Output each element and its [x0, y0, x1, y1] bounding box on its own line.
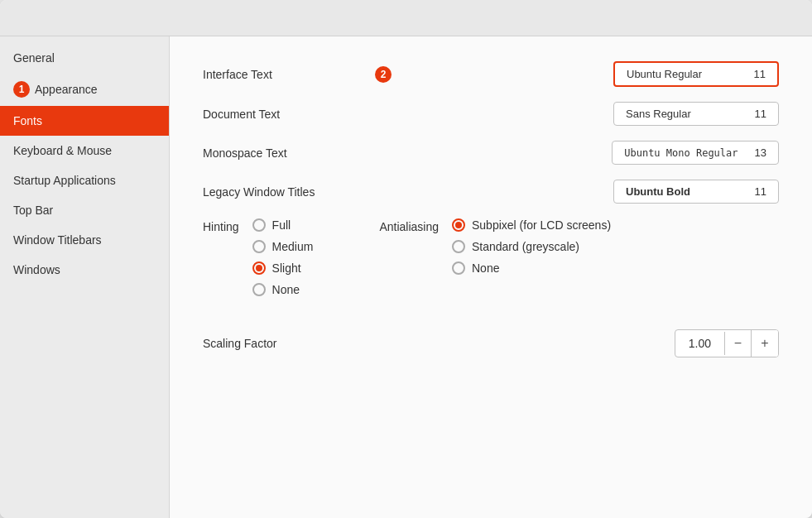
- radio-circle-full: [252, 218, 266, 232]
- font-row-label-interface-text: Interface Text: [203, 68, 368, 81]
- font-selector-interface-text[interactable]: Ubuntu Regular11: [613, 61, 779, 87]
- antialiasing-option-none[interactable]: None: [452, 261, 611, 275]
- font-row-interface-text: Interface Text2Ubuntu Regular11: [203, 61, 779, 87]
- hinting-option-medium[interactable]: Medium: [252, 240, 314, 253]
- font-selector-monospace-text[interactable]: Ubuntu Mono Regular13: [612, 141, 779, 165]
- font-size-interface-text: 11: [754, 68, 766, 80]
- scaling-label: Scaling Factor: [203, 337, 276, 350]
- sidebar-item-windows[interactable]: Windows: [0, 255, 169, 285]
- main-content: Interface Text2Ubuntu Regular11Document …: [170, 36, 812, 518]
- search-button[interactable]: [8, 5, 35, 31]
- hinting-option-full[interactable]: Full: [252, 218, 314, 232]
- scaling-value: 1.00: [675, 332, 725, 355]
- radio-circle-none: [252, 283, 266, 296]
- font-row-label-monospace-text: Monospace Text: [203, 146, 368, 160]
- font-name-document-text: Sans Regular: [626, 108, 691, 120]
- font-selector-document-text[interactable]: Sans Regular11: [613, 102, 779, 126]
- antialiasing-option-subpixel[interactable]: Subpixel (for LCD screens): [452, 218, 611, 232]
- menu-button[interactable]: [48, 5, 74, 31]
- sidebar-item-top-bar[interactable]: Top Bar: [0, 195, 169, 225]
- radio-circle-aa-standard: [452, 240, 465, 253]
- antialiasing-option-standard[interactable]: Standard (greyscale): [452, 240, 611, 253]
- scaling-decrease-button[interactable]: −: [725, 330, 752, 357]
- content-area: General1AppearanceFontsKeyboard & MouseS…: [0, 36, 812, 518]
- radio-label-none: None: [272, 283, 300, 296]
- window-controls: [728, 7, 804, 30]
- antialiasing-radio-group: Subpixel (for LCD screens)Standard (grey…: [452, 218, 611, 283]
- sidebar-item-label-top-bar: Top Bar: [13, 204, 53, 217]
- sidebar-item-appearance[interactable]: 1Appearance: [0, 73, 169, 106]
- font-size-monospace-text: 13: [755, 146, 766, 159]
- font-row-legacy-window-titles: Legacy Window TitlesUbuntu Bold11: [203, 180, 779, 204]
- font-row-label-document-text: Document Text: [203, 108, 368, 121]
- sidebar-item-label-fonts: Fonts: [13, 114, 42, 127]
- sidebar-item-window-titlebars[interactable]: Window Titlebars: [0, 225, 169, 255]
- hinting-radio-group: FullMediumSlightNone: [252, 218, 314, 305]
- radio-label-full: Full: [272, 218, 291, 232]
- font-size-document-text: 11: [755, 108, 766, 120]
- sidebar-item-label-windows: Windows: [13, 263, 60, 276]
- sidebar-item-general[interactable]: General: [0, 43, 169, 73]
- font-selector-legacy-window-titles[interactable]: Ubuntu Bold11: [613, 180, 779, 204]
- minimize-button[interactable]: [728, 7, 751, 30]
- antialiasing-label: Antialiasing: [379, 218, 439, 233]
- hinting-option-slight[interactable]: Slight: [252, 261, 314, 275]
- hinting-option-none[interactable]: None: [252, 283, 314, 296]
- hinting-label: Hinting: [203, 218, 239, 233]
- radio-circle-aa-none: [452, 261, 465, 275]
- font-row-document-text: Document TextSans Regular11: [203, 102, 779, 126]
- sidebar-item-label-appearance: Appearance: [35, 83, 98, 96]
- font-row-monospace-text: Monospace TextUbuntu Mono Regular13: [203, 141, 779, 165]
- titlebar-left: [8, 5, 74, 31]
- sidebar-item-label-startup-applications: Startup Applications: [13, 174, 116, 187]
- sidebar-item-label-general: General: [13, 51, 55, 65]
- radio-label-aa-none: None: [472, 261, 499, 275]
- titlebar: [0, 0, 812, 36]
- antialiasing-block: AntialiasingSubpixel (for LCD screens)St…: [379, 218, 611, 305]
- radio-circle-aa-subpixel: [452, 218, 465, 232]
- radio-label-medium: Medium: [272, 240, 314, 253]
- radio-circle-medium: [252, 240, 266, 253]
- font-size-legacy-window-titles: 11: [755, 185, 766, 198]
- hinting-antialiasing-section: HintingFullMediumSlightNoneAntialiasingS…: [203, 218, 779, 305]
- radio-label-aa-subpixel: Subpixel (for LCD screens): [472, 218, 611, 232]
- radio-label-aa-standard: Standard (greyscale): [472, 240, 579, 253]
- close-button[interactable]: [781, 7, 804, 30]
- font-name-legacy-window-titles: Ubuntu Bold: [626, 185, 690, 198]
- sidebar-item-startup-applications[interactable]: Startup Applications: [0, 165, 169, 195]
- app-window: General1AppearanceFontsKeyboard & MouseS…: [0, 0, 812, 518]
- scaling-control: 1.00−+: [675, 329, 779, 357]
- font-row-label-legacy-window-titles: Legacy Window Titles: [203, 185, 368, 199]
- maximize-button[interactable]: [754, 7, 777, 30]
- hinting-block: HintingFullMediumSlightNone: [203, 218, 313, 305]
- sidebar-item-label-keyboard-mouse: Keyboard & Mouse: [13, 144, 112, 157]
- radio-circle-slight: [252, 261, 266, 275]
- sidebar: General1AppearanceFontsKeyboard & MouseS…: [0, 36, 170, 518]
- sidebar-item-label-window-titlebars: Window Titlebars: [13, 233, 102, 247]
- scaling-increase-button[interactable]: +: [752, 330, 778, 357]
- sidebar-item-fonts[interactable]: Fonts: [0, 106, 169, 136]
- font-name-monospace-text: Ubuntu Mono Regular: [624, 147, 738, 159]
- font-name-interface-text: Ubuntu Regular: [627, 68, 702, 80]
- radio-label-slight: Slight: [272, 261, 301, 275]
- scaling-row: Scaling Factor1.00−+: [203, 329, 779, 357]
- annotation-badge-interface: 2: [375, 66, 392, 83]
- sidebar-item-keyboard-mouse[interactable]: Keyboard & Mouse: [0, 136, 169, 165]
